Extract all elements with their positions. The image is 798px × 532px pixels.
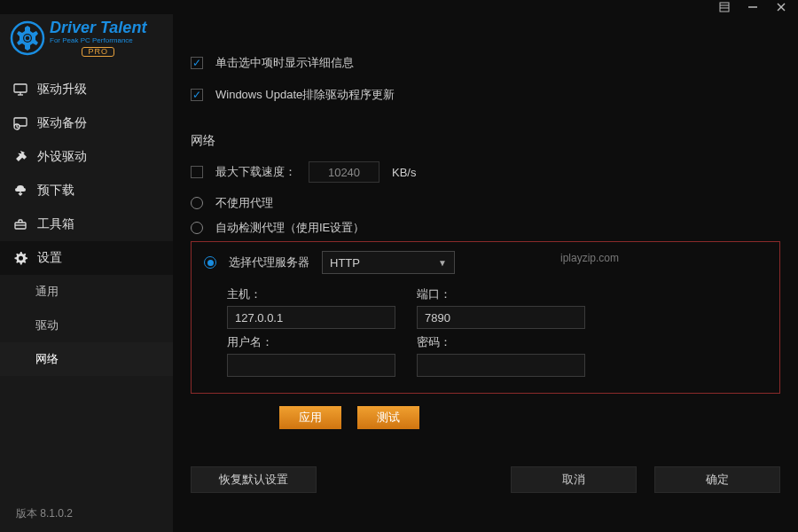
- sidebar-item-label: 设置: [37, 250, 62, 266]
- port-input[interactable]: [417, 306, 585, 329]
- sidebar-item-settings[interactable]: 设置: [0, 241, 173, 275]
- checkbox-label: 单击选中项时显示详细信息: [215, 55, 354, 71]
- sidebar-item-label: 驱动升级: [37, 82, 87, 98]
- version-label: 版本 8.1.0.2: [0, 496, 173, 532]
- cancel-button[interactable]: 取消: [511, 466, 637, 493]
- proxy-type-value: HTTP: [330, 256, 360, 270]
- max-speed-unit: KB/s: [392, 166, 416, 179]
- max-speed-input[interactable]: [309, 161, 379, 183]
- svg-point-16: [19, 256, 23, 261]
- checkbox-max-speed[interactable]: [191, 166, 203, 178]
- logo: Driver Talent For Peak PC Performance PR…: [0, 14, 173, 73]
- user-label: 用户名：: [227, 334, 395, 350]
- titlebar: [0, 0, 798, 14]
- radio-label: 不使用代理: [215, 195, 273, 211]
- svg-rect-0: [720, 3, 729, 12]
- sidebar-item-toolbox[interactable]: 工具箱: [0, 207, 173, 241]
- proxy-settings-box: 选择代理服务器 HTTP ▼ 主机： 用户名：: [191, 241, 780, 394]
- cloud-download-icon: [12, 183, 28, 199]
- gear-icon: [12, 250, 28, 266]
- sidebar-item-label: 预下载: [37, 183, 74, 199]
- logo-brand: Driver Talent: [50, 20, 146, 35]
- pass-label: 密码：: [417, 334, 585, 350]
- subnav-general[interactable]: 通用: [0, 275, 173, 309]
- radio-label: 选择代理服务器: [229, 254, 309, 270]
- clock-icon: [12, 115, 28, 131]
- minimize-icon[interactable]: [747, 1, 759, 13]
- sidebar-item-backup[interactable]: 驱动备份: [0, 106, 173, 140]
- radio-no-proxy[interactable]: [191, 197, 203, 209]
- logo-pro-badge: PRO: [82, 47, 114, 57]
- sidebar-item-label: 驱动备份: [37, 115, 87, 131]
- proxy-type-select[interactable]: HTTP ▼: [322, 251, 455, 274]
- sidebar-item-label: 外设驱动: [37, 149, 87, 165]
- checkbox-exclude-wu[interactable]: [191, 89, 203, 101]
- sidebar-item-predownload[interactable]: 预下载: [0, 174, 173, 207]
- close-icon[interactable]: [775, 1, 787, 13]
- toolbox-icon: [12, 216, 28, 232]
- test-button[interactable]: 测试: [357, 406, 419, 429]
- sidebar: Driver Talent For Peak PC Performance PR…: [0, 14, 173, 532]
- subnav-driver[interactable]: 驱动: [0, 309, 173, 342]
- max-speed-label: 最大下载速度：: [215, 164, 296, 180]
- main-panel: 单击选中项时显示详细信息 Windows Update排除驱动程序更新 网络 最…: [173, 14, 798, 532]
- sidebar-item-label: 工具箱: [37, 216, 74, 232]
- checkbox-label: Windows Update排除驱动程序更新: [215, 87, 395, 103]
- monitor-icon: [12, 82, 28, 98]
- logo-gear-icon: [9, 20, 46, 57]
- usb-icon: [12, 149, 28, 165]
- sidebar-item-peripheral[interactable]: 外设驱动: [0, 140, 173, 174]
- radio-auto-proxy[interactable]: [191, 222, 203, 234]
- radio-select-proxy[interactable]: [204, 256, 216, 269]
- apply-button[interactable]: 应用: [279, 406, 341, 429]
- chevron-down-icon: ▼: [438, 258, 447, 268]
- restore-defaults-button[interactable]: 恢复默认设置: [191, 466, 317, 493]
- sidebar-item-upgrade[interactable]: 驱动升级: [0, 73, 173, 106]
- ok-button[interactable]: 确定: [654, 466, 780, 493]
- subnav-network[interactable]: 网络: [0, 342, 173, 376]
- logo-subtitle: For Peak PC Performance: [50, 37, 146, 44]
- password-input[interactable]: [417, 354, 585, 377]
- section-network-title: 网络: [191, 133, 780, 149]
- menu-icon[interactable]: [718, 1, 731, 13]
- radio-label: 自动检测代理（使用IE设置）: [215, 220, 364, 236]
- username-input[interactable]: [227, 354, 395, 377]
- svg-rect-9: [14, 84, 27, 92]
- host-input[interactable]: [227, 306, 395, 329]
- host-label: 主机：: [227, 286, 395, 302]
- port-label: 端口：: [417, 286, 585, 302]
- checkbox-show-details[interactable]: [191, 57, 203, 69]
